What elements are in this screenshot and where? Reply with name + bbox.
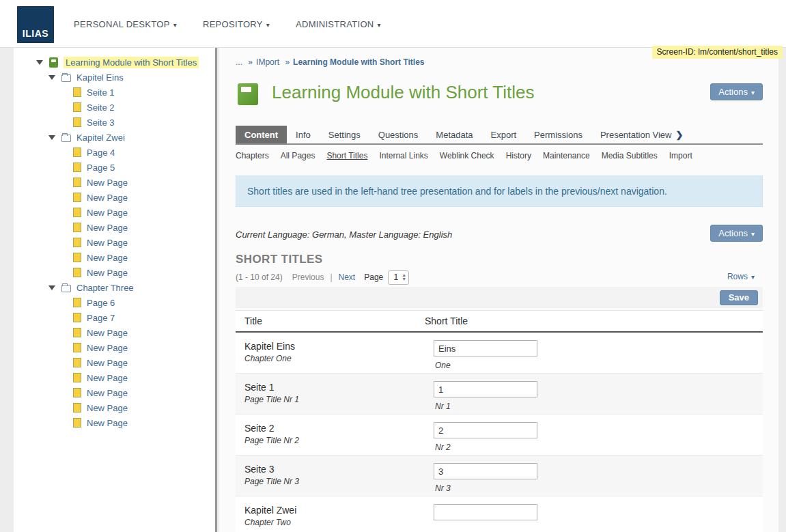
subtab-maintenance[interactable]: Maintenance	[543, 150, 590, 162]
column-header-short-title: Short Title	[425, 316, 468, 326]
breadcrumb-link[interactable]: Learning Module with Short Titles	[293, 57, 424, 67]
tree-item-label[interactable]: Learning Module with Short Titles	[64, 57, 199, 68]
row-subtitle: Page Title Nr 3	[244, 477, 299, 486]
breadcrumb-link[interactable]: IMport	[256, 57, 279, 67]
spinner-arrows-icon[interactable]: ▲▼	[402, 273, 406, 281]
tab-content[interactable]: Content	[236, 126, 287, 143]
page-icon	[73, 223, 81, 232]
tree-item-label[interactable]: Kapitel Zwei	[76, 132, 125, 143]
tree-item-label[interactable]: New Page	[87, 253, 128, 263]
next-page-link[interactable]: Next	[339, 272, 356, 282]
tree-item-label[interactable]: Page 6	[87, 298, 115, 308]
tree-item-label[interactable]: New Page	[87, 418, 128, 428]
tree-item-label[interactable]: New Page	[87, 193, 128, 203]
page-icon	[73, 298, 81, 307]
tree-item-label[interactable]: New Page	[87, 373, 128, 383]
tab-label: Export	[491, 130, 517, 140]
tree-item: New Page	[14, 325, 215, 340]
tree-item-label[interactable]: New Page	[87, 223, 128, 233]
tree-item-label[interactable]: Page 4	[87, 148, 115, 158]
tree-item-label[interactable]: Page 7	[87, 313, 115, 323]
page-icon	[73, 268, 81, 277]
short-title-input[interactable]	[434, 381, 537, 397]
topbar-menu-repository[interactable]: REPOSITORY▾	[203, 19, 270, 29]
tree-item-label[interactable]: Chapter Three	[76, 283, 134, 293]
actions-button-language[interactable]: Actions▾	[710, 225, 763, 242]
expander-icon[interactable]	[48, 285, 55, 290]
tab-presentation-view[interactable]: Presentation View❯	[591, 126, 692, 143]
tab-export[interactable]: Export	[482, 126, 526, 143]
tree-item-label[interactable]: Page 5	[87, 163, 115, 173]
topbar-menu-personal-desktop[interactable]: PERSONAL DESKTOP▾	[74, 19, 177, 29]
tab-label: Metadata	[436, 130, 473, 140]
subtab-history[interactable]: History	[506, 150, 531, 162]
tab-metadata[interactable]: Metadata	[427, 126, 481, 143]
row-title: Seite 2	[244, 423, 275, 434]
tree-item-label[interactable]: New Page	[87, 403, 128, 413]
save-button[interactable]: Save	[720, 290, 758, 305]
short-title-input[interactable]	[434, 422, 537, 438]
info-message-box: Short titles are used in the left-hand t…	[236, 176, 763, 207]
tree-item-label[interactable]: New Page	[87, 328, 128, 338]
subtab-label: Internal Links	[379, 151, 427, 160]
short-title-input[interactable]	[434, 463, 537, 479]
tree-item: New Page	[14, 265, 215, 280]
tree-item: Kapitel Eins	[14, 70, 215, 85]
previous-page-link[interactable]: Previous	[292, 272, 324, 282]
expander-icon[interactable]	[36, 60, 43, 65]
tree-item-label[interactable]: New Page	[87, 343, 128, 353]
caret-down-icon: ▾	[751, 273, 755, 281]
subtab-chapters[interactable]: Chapters	[236, 150, 269, 162]
tree-item: New Page	[14, 385, 215, 400]
language-bar: Current Language: German, Master Languag…	[236, 225, 763, 243]
tree-item: New Page	[14, 205, 215, 220]
tree-item-label[interactable]: New Page	[87, 388, 128, 398]
short-title-input[interactable]	[434, 340, 537, 356]
page-number-spinner[interactable]: 1 ▲▼	[388, 270, 409, 285]
tree-item: New Page	[14, 400, 215, 415]
subtab-label: Short Titles	[326, 151, 367, 160]
short-title-input[interactable]	[434, 504, 537, 520]
chapter-icon	[61, 135, 71, 142]
tree-item: Page 5	[14, 160, 215, 175]
rows-dropdown[interactable]: Rows▾	[727, 272, 755, 281]
tab-permissions[interactable]: Permissions	[525, 126, 591, 143]
tree-item: New Page	[14, 175, 215, 190]
chapter-icon	[61, 285, 71, 292]
tree-item: Kapitel Zwei	[14, 130, 215, 145]
tab-info[interactable]: Info	[287, 126, 320, 143]
tree-item-label[interactable]: New Page	[87, 178, 128, 188]
actions-button-top[interactable]: Actions▾	[710, 83, 763, 100]
page-icon	[73, 178, 81, 187]
breadcrumb-link[interactable]: ...	[236, 57, 242, 67]
page-label: Page	[364, 272, 383, 282]
tab-settings[interactable]: Settings	[320, 126, 369, 143]
tree-item-label[interactable]: New Page	[87, 358, 128, 368]
tab-bar: Content Info Settings Questions Metadata…	[236, 126, 763, 145]
subtab-all-pages[interactable]: All Pages	[281, 150, 315, 162]
tree-item: Seite 3	[14, 115, 215, 130]
tree-item-label[interactable]: Kapitel Eins	[76, 72, 124, 83]
tree-item-label[interactable]: New Page	[87, 268, 128, 278]
tree-item-label[interactable]: Seite 1	[87, 87, 114, 98]
ilias-logo[interactable]: ILIAS	[17, 6, 54, 43]
tree-item-label[interactable]: New Page	[87, 208, 128, 218]
language-info-text: Current Language: German, Master Languag…	[236, 229, 452, 240]
topbar-menu-administration[interactable]: ADMINISTRATION▾	[296, 19, 381, 29]
subtab-short-titles[interactable]: Short Titles	[326, 150, 367, 162]
tree-item: New Page	[14, 190, 215, 205]
subtab-label: All Pages	[281, 151, 315, 160]
tree-item-label[interactable]: Seite 3	[87, 117, 114, 128]
subtab-label: Weblink Check	[440, 151, 494, 160]
expander-icon[interactable]	[48, 135, 55, 140]
subtab-import[interactable]: Import	[669, 150, 692, 162]
subtab-weblink-check[interactable]: Weblink Check	[440, 150, 494, 162]
expander-icon[interactable]	[48, 75, 55, 80]
caret-down-icon: ▾	[173, 21, 177, 29]
subtab-media-subtitles[interactable]: Media Subtitles	[602, 150, 658, 162]
subtab-internal-links[interactable]: Internal Links	[379, 150, 427, 162]
tree-item-label[interactable]: New Page	[87, 238, 128, 248]
tree-item-label[interactable]: Seite 2	[87, 102, 114, 113]
page-icon	[73, 87, 81, 97]
tab-questions[interactable]: Questions	[369, 126, 427, 143]
